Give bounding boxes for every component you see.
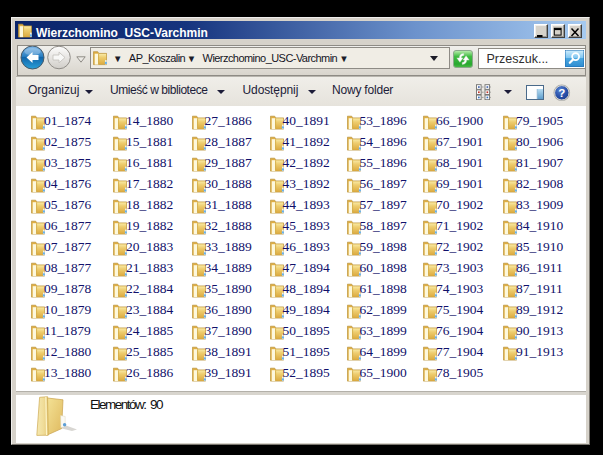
svg-text:?: ? (558, 87, 565, 99)
